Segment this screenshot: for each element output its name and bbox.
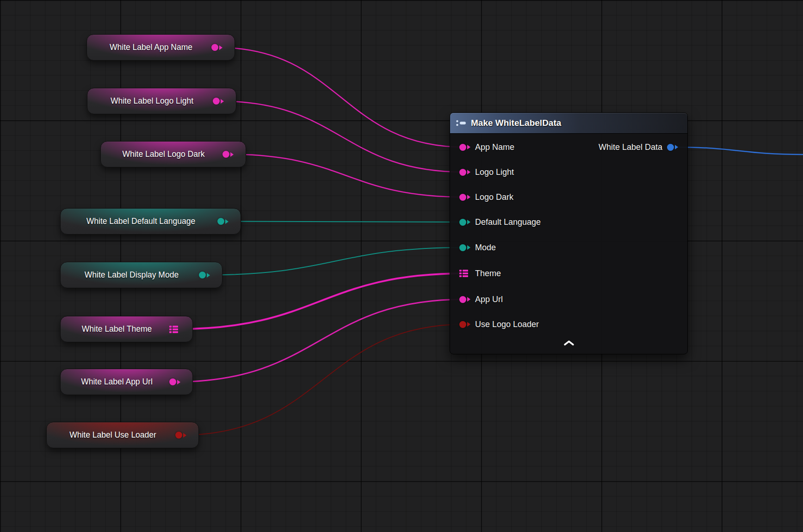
- pin-label: Logo Light: [475, 167, 514, 177]
- input-pin[interactable]: [459, 295, 470, 304]
- output-pin[interactable]: [217, 217, 229, 226]
- pin-arrow-icon: [467, 170, 470, 174]
- wire-getter-logo-light[interactable]: [218, 101, 465, 173]
- variable-node-white-label-app-name[interactable]: White Label App Name: [86, 34, 235, 61]
- output-pin[interactable]: [222, 150, 234, 159]
- output-pin[interactable]: [211, 43, 222, 52]
- input-pin[interactable]: [459, 320, 470, 329]
- variable-node-white-label-logo-dark[interactable]: White Label Logo Dark: [100, 141, 246, 167]
- pin-arrow-icon: [225, 219, 229, 224]
- input-pin[interactable]: [459, 217, 470, 227]
- pin-label: Logo Dark: [475, 192, 513, 202]
- variable-node-label: White Label Default Language: [61, 217, 241, 226]
- output-pin[interactable]: [199, 271, 210, 280]
- pin-row-app-name[interactable]: App Name: [459, 141, 514, 154]
- pin-arrow-icon: [467, 245, 470, 250]
- pin-label: App Url: [475, 295, 503, 304]
- pin-circle: [211, 44, 218, 51]
- output-pin-struct[interactable]: [169, 325, 180, 334]
- output-pin[interactable]: [667, 142, 678, 152]
- pin-label: App Name: [475, 142, 514, 152]
- pin-circle: [459, 219, 466, 226]
- output-pin[interactable]: [169, 377, 180, 387]
- pin-circle: [459, 321, 466, 328]
- pin-circle: [213, 98, 220, 105]
- pin-circle: [459, 244, 466, 251]
- wire-getter-app-url[interactable]: [175, 299, 465, 382]
- wire-make-pin-output[interactable]: [673, 147, 803, 155]
- input-pin[interactable]: [459, 142, 470, 152]
- pin-arrow-icon: [467, 195, 470, 199]
- pin-arrow-icon: [467, 145, 470, 149]
- variable-node-white-label-use-loader[interactable]: White Label Use Loader: [46, 422, 199, 448]
- chevron-up-icon: [563, 340, 575, 346]
- variable-node-white-label-logo-light[interactable]: White Label Logo Light: [87, 88, 236, 114]
- wire-getter-display-mode[interactable]: [204, 247, 465, 275]
- pin-label: Default Language: [475, 217, 541, 227]
- pin-circle: [459, 296, 466, 303]
- pin-circle: [667, 144, 674, 151]
- wire-getter-default-language[interactable]: [223, 222, 465, 223]
- pin-circle: [217, 218, 224, 225]
- pin-row-app-url[interactable]: App Url: [459, 293, 503, 306]
- pin-arrow-icon: [177, 380, 180, 384]
- pin-arrow-icon: [219, 45, 222, 50]
- output-pin[interactable]: [213, 97, 224, 106]
- pin-row-mode[interactable]: Mode: [459, 241, 496, 254]
- variable-node-white-label-app-url[interactable]: White Label App Url: [60, 369, 193, 395]
- pin-arrow-icon: [183, 433, 186, 438]
- variable-node-white-label-display-mode[interactable]: White Label Display Mode: [60, 262, 222, 288]
- variable-node-white-label-default-language[interactable]: White Label Default Language: [60, 208, 241, 235]
- variable-node-label: White Label Display Mode: [61, 270, 222, 280]
- pin-circle: [169, 378, 176, 385]
- variable-node-white-label-theme[interactable]: White Label Theme: [60, 316, 193, 342]
- pin-label: White Label Data: [599, 142, 662, 152]
- input-pin[interactable]: [459, 167, 470, 177]
- pin-row-use-logo-loader[interactable]: Use Logo Loader: [459, 318, 539, 331]
- pin-circle: [199, 272, 206, 278]
- pin-label: Use Logo Loader: [475, 320, 539, 329]
- pin-arrow-icon: [230, 152, 234, 157]
- wire-getter-app-name[interactable]: [217, 48, 465, 148]
- pin-row-theme[interactable]: Theme: [459, 267, 501, 280]
- struct-pin-icon: [169, 325, 179, 334]
- output-pin[interactable]: [175, 431, 186, 440]
- make-whitelabeldata-node[interactable]: Make WhiteLabelData App Name Logo Light …: [450, 112, 688, 354]
- pin-row-output-white-label-data[interactable]: White Label Data: [599, 141, 678, 154]
- struct-pin-icon: [459, 269, 469, 278]
- pin-arrow-icon: [207, 273, 210, 278]
- node-header[interactable]: Make WhiteLabelData: [450, 113, 687, 134]
- pin-label: Theme: [475, 269, 501, 278]
- node-title: Make WhiteLabelData: [471, 118, 561, 128]
- pin-arrow-icon: [467, 220, 470, 224]
- make-struct-icon: [456, 119, 467, 127]
- pin-circle: [459, 144, 466, 151]
- pin-circle: [222, 151, 229, 158]
- collapse-chevron-button[interactable]: [559, 339, 579, 349]
- pin-arrow-icon: [467, 322, 470, 327]
- wire-getter-use-loader[interactable]: [181, 324, 465, 435]
- pin-circle: [459, 194, 466, 201]
- pin-circle: [175, 432, 182, 439]
- input-pin-struct[interactable]: [459, 269, 470, 278]
- pin-arrow-icon: [467, 297, 470, 302]
- blueprint-graph-canvas[interactable]: White Label App Name White Label Logo Li…: [0, 0, 803, 532]
- pin-arrow-icon: [675, 145, 678, 149]
- pin-row-logo-dark[interactable]: Logo Dark: [459, 191, 513, 204]
- pin-row-default-language[interactable]: Default Language: [459, 216, 541, 229]
- pin-label: Mode: [475, 243, 496, 253]
- wire-getter-logo-dark[interactable]: [228, 155, 465, 198]
- pin-row-logo-light[interactable]: Logo Light: [459, 166, 514, 179]
- pin-arrow-icon: [221, 99, 224, 104]
- pin-circle: [459, 169, 466, 176]
- input-pin[interactable]: [459, 192, 470, 202]
- input-pin[interactable]: [459, 243, 470, 252]
